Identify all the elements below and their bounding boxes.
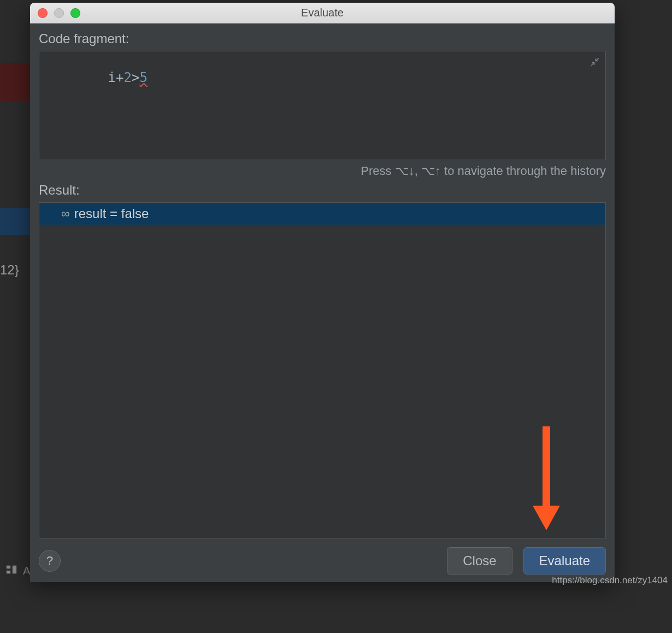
- dialog-titlebar[interactable]: Evaluate: [30, 3, 615, 24]
- collapse-icon[interactable]: [590, 57, 600, 69]
- code-token-num: 2: [124, 70, 132, 85]
- code-token-var: i: [108, 70, 116, 85]
- minimize-window-icon: [54, 8, 64, 18]
- watermark: https://blog.csdn.net/zy1404: [552, 575, 668, 586]
- svg-rect-0: [7, 566, 10, 569]
- svg-rect-2: [13, 566, 16, 574]
- evaluate-button[interactable]: Evaluate: [523, 547, 606, 575]
- close-button[interactable]: Close: [447, 547, 512, 575]
- boolean-type-icon: ∞: [61, 207, 70, 221]
- result-value: result = false: [74, 206, 149, 221]
- result-row[interactable]: ∞ result = false: [39, 203, 605, 225]
- help-icon: ?: [46, 554, 53, 568]
- code-fragment-label: Code fragment:: [39, 31, 606, 46]
- code-fragment-input[interactable]: i+2>5: [39, 51, 606, 160]
- svg-rect-1: [7, 571, 10, 574]
- history-hint: Press ⌥↓, ⌥↑ to navigate through the his…: [39, 164, 606, 178]
- result-panel[interactable]: ∞ result = false: [39, 202, 606, 538]
- code-token-num: 5: [139, 70, 147, 85]
- bg-debug-value: 12}: [0, 262, 19, 278]
- evaluate-dialog: Evaluate Code fragment: i+2>5 :::: Press…: [30, 3, 615, 582]
- code-token-op: >: [132, 70, 139, 85]
- help-button[interactable]: ?: [39, 550, 61, 572]
- close-button-label: Close: [463, 553, 496, 568]
- result-label: Result:: [39, 183, 606, 198]
- zoom-window-icon[interactable]: [70, 8, 80, 18]
- bg-blue-stripe: [0, 208, 30, 235]
- dialog-title: Evaluate: [30, 7, 615, 19]
- bg-red-stripe: [0, 63, 30, 101]
- code-token-op: +: [116, 70, 123, 85]
- app-servers-icon: [5, 564, 17, 578]
- close-window-icon[interactable]: [38, 8, 48, 18]
- evaluate-button-label: Evaluate: [539, 553, 590, 568]
